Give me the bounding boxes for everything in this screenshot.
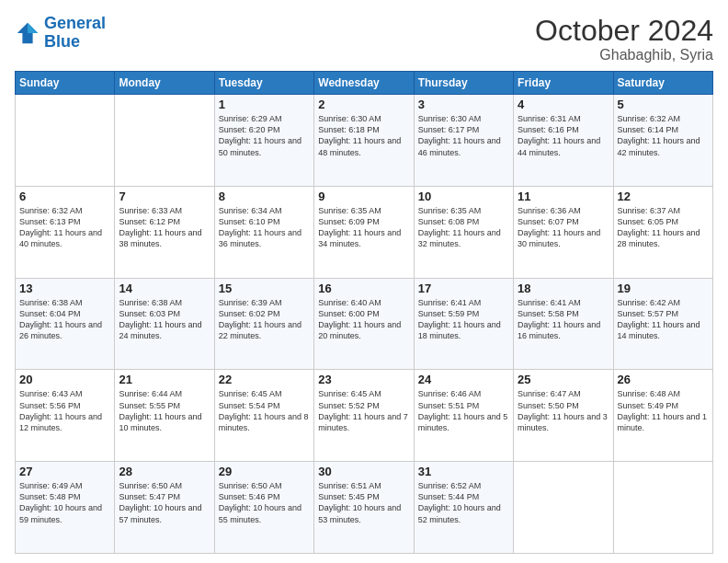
calendar-week-row: 13Sunrise: 6:38 AMSunset: 6:04 PMDayligh… xyxy=(16,278,713,370)
cell-info: Sunrise: 6:32 AMSunset: 6:13 PMDaylight:… xyxy=(19,205,110,250)
calendar-cell: 24Sunrise: 6:46 AMSunset: 5:51 PMDayligh… xyxy=(414,370,513,462)
cell-info: Sunrise: 6:29 AMSunset: 6:20 PMDaylight:… xyxy=(219,113,310,158)
day-number: 17 xyxy=(418,282,509,295)
weekday-header: Monday xyxy=(115,72,214,95)
calendar-cell: 5Sunrise: 6:32 AMSunset: 6:14 PMDaylight… xyxy=(613,95,712,187)
cell-info: Sunrise: 6:30 AMSunset: 6:18 PMDaylight:… xyxy=(318,113,409,158)
cell-info: Sunrise: 6:51 AMSunset: 5:45 PMDaylight:… xyxy=(318,480,409,525)
calendar-cell: 16Sunrise: 6:40 AMSunset: 6:00 PMDayligh… xyxy=(314,278,414,370)
cell-info: Sunrise: 6:37 AMSunset: 6:05 PMDaylight:… xyxy=(618,205,709,250)
day-number: 30 xyxy=(318,465,409,478)
day-number: 18 xyxy=(518,282,609,295)
calendar-cell: 6Sunrise: 6:32 AMSunset: 6:13 PMDaylight… xyxy=(16,186,115,278)
calendar-cell xyxy=(16,95,115,187)
calendar-cell: 12Sunrise: 6:37 AMSunset: 6:05 PMDayligh… xyxy=(613,186,712,278)
logo-blue: Blue xyxy=(44,32,80,51)
day-number: 7 xyxy=(119,190,210,203)
day-number: 26 xyxy=(618,373,709,386)
cell-info: Sunrise: 6:46 AMSunset: 5:51 PMDaylight:… xyxy=(418,388,509,433)
cell-info: Sunrise: 6:30 AMSunset: 6:17 PMDaylight:… xyxy=(418,113,509,158)
cell-info: Sunrise: 6:48 AMSunset: 5:49 PMDaylight:… xyxy=(618,388,709,433)
day-number: 22 xyxy=(219,373,310,386)
day-number: 24 xyxy=(418,373,509,386)
weekday-header: Friday xyxy=(514,72,613,95)
calendar-cell: 9Sunrise: 6:35 AMSunset: 6:09 PMDaylight… xyxy=(314,186,414,278)
calendar-cell: 31Sunrise: 6:52 AMSunset: 5:44 PMDayligh… xyxy=(414,462,513,554)
cell-info: Sunrise: 6:50 AMSunset: 5:47 PMDaylight:… xyxy=(119,480,210,525)
calendar-cell: 25Sunrise: 6:47 AMSunset: 5:50 PMDayligh… xyxy=(514,370,613,462)
cell-info: Sunrise: 6:38 AMSunset: 6:04 PMDaylight:… xyxy=(19,297,110,342)
calendar-cell: 18Sunrise: 6:41 AMSunset: 5:58 PMDayligh… xyxy=(514,278,613,370)
calendar-week-row: 27Sunrise: 6:49 AMSunset: 5:48 PMDayligh… xyxy=(16,462,713,554)
calendar-cell: 21Sunrise: 6:44 AMSunset: 5:55 PMDayligh… xyxy=(115,370,214,462)
calendar-cell: 28Sunrise: 6:50 AMSunset: 5:47 PMDayligh… xyxy=(115,462,214,554)
calendar-cell: 10Sunrise: 6:35 AMSunset: 6:08 PMDayligh… xyxy=(414,186,513,278)
calendar-week-row: 6Sunrise: 6:32 AMSunset: 6:13 PMDaylight… xyxy=(16,186,713,278)
day-number: 1 xyxy=(219,98,310,111)
calendar-cell: 22Sunrise: 6:45 AMSunset: 5:54 PMDayligh… xyxy=(214,370,313,462)
cell-info: Sunrise: 6:43 AMSunset: 5:56 PMDaylight:… xyxy=(19,388,110,433)
calendar-cell: 17Sunrise: 6:41 AMSunset: 5:59 PMDayligh… xyxy=(414,278,513,370)
day-number: 6 xyxy=(19,190,110,203)
title-block: October 2024 Ghabaghib, Syria xyxy=(535,15,713,63)
calendar-table: SundayMondayTuesdayWednesdayThursdayFrid… xyxy=(15,71,713,554)
cell-info: Sunrise: 6:50 AMSunset: 5:46 PMDaylight:… xyxy=(219,480,310,525)
day-number: 19 xyxy=(618,282,709,295)
calendar-cell: 7Sunrise: 6:33 AMSunset: 6:12 PMDaylight… xyxy=(115,186,214,278)
calendar-cell: 19Sunrise: 6:42 AMSunset: 5:57 PMDayligh… xyxy=(613,278,712,370)
calendar-header-row: SundayMondayTuesdayWednesdayThursdayFrid… xyxy=(16,72,713,95)
calendar-cell: 1Sunrise: 6:29 AMSunset: 6:20 PMDaylight… xyxy=(214,95,313,187)
calendar-cell: 20Sunrise: 6:43 AMSunset: 5:56 PMDayligh… xyxy=(16,370,115,462)
day-number: 12 xyxy=(618,190,709,203)
cell-info: Sunrise: 6:47 AMSunset: 5:50 PMDaylight:… xyxy=(518,388,609,433)
day-number: 13 xyxy=(19,282,110,295)
logo-text: General Blue xyxy=(44,15,106,52)
day-number: 10 xyxy=(418,190,509,203)
calendar-cell: 27Sunrise: 6:49 AMSunset: 5:48 PMDayligh… xyxy=(16,462,115,554)
day-number: 29 xyxy=(219,465,310,478)
cell-info: Sunrise: 6:31 AMSunset: 6:16 PMDaylight:… xyxy=(518,113,609,158)
calendar-cell: 23Sunrise: 6:45 AMSunset: 5:52 PMDayligh… xyxy=(314,370,414,462)
calendar-week-row: 20Sunrise: 6:43 AMSunset: 5:56 PMDayligh… xyxy=(16,370,713,462)
day-number: 5 xyxy=(618,98,709,111)
calendar-week-row: 1Sunrise: 6:29 AMSunset: 6:20 PMDaylight… xyxy=(16,95,713,187)
day-number: 28 xyxy=(119,465,210,478)
calendar-cell xyxy=(115,95,214,187)
calendar-cell: 3Sunrise: 6:30 AMSunset: 6:17 PMDaylight… xyxy=(414,95,513,187)
cell-info: Sunrise: 6:42 AMSunset: 5:57 PMDaylight:… xyxy=(618,297,709,342)
weekday-header: Wednesday xyxy=(314,72,414,95)
cell-info: Sunrise: 6:36 AMSunset: 6:07 PMDaylight:… xyxy=(518,205,609,250)
day-number: 31 xyxy=(418,465,509,478)
calendar-cell: 29Sunrise: 6:50 AMSunset: 5:46 PMDayligh… xyxy=(214,462,313,554)
weekday-header: Sunday xyxy=(16,72,115,95)
calendar-cell: 2Sunrise: 6:30 AMSunset: 6:18 PMDaylight… xyxy=(314,95,414,187)
cell-info: Sunrise: 6:52 AMSunset: 5:44 PMDaylight:… xyxy=(418,480,509,525)
calendar-cell xyxy=(613,462,712,554)
calendar-cell: 8Sunrise: 6:34 AMSunset: 6:10 PMDaylight… xyxy=(214,186,313,278)
cell-info: Sunrise: 6:41 AMSunset: 5:59 PMDaylight:… xyxy=(418,297,509,342)
day-number: 20 xyxy=(19,373,110,386)
cell-info: Sunrise: 6:45 AMSunset: 5:52 PMDaylight:… xyxy=(318,388,409,433)
calendar-cell: 30Sunrise: 6:51 AMSunset: 5:45 PMDayligh… xyxy=(314,462,414,554)
cell-info: Sunrise: 6:32 AMSunset: 6:14 PMDaylight:… xyxy=(618,113,709,158)
cell-info: Sunrise: 6:49 AMSunset: 5:48 PMDaylight:… xyxy=(19,480,110,525)
calendar-cell: 4Sunrise: 6:31 AMSunset: 6:16 PMDaylight… xyxy=(514,95,613,187)
cell-info: Sunrise: 6:33 AMSunset: 6:12 PMDaylight:… xyxy=(119,205,210,250)
calendar-cell: 11Sunrise: 6:36 AMSunset: 6:07 PMDayligh… xyxy=(514,186,613,278)
month-title: October 2024 xyxy=(535,15,713,47)
day-number: 25 xyxy=(518,373,609,386)
header: General Blue October 2024 Ghabaghib, Syr… xyxy=(15,15,713,63)
weekday-header: Saturday xyxy=(613,72,712,95)
day-number: 27 xyxy=(19,465,110,478)
day-number: 3 xyxy=(418,98,509,111)
cell-info: Sunrise: 6:39 AMSunset: 6:02 PMDaylight:… xyxy=(219,297,310,342)
calendar-cell: 26Sunrise: 6:48 AMSunset: 5:49 PMDayligh… xyxy=(613,370,712,462)
cell-info: Sunrise: 6:41 AMSunset: 5:58 PMDaylight:… xyxy=(518,297,609,342)
calendar-cell: 13Sunrise: 6:38 AMSunset: 6:04 PMDayligh… xyxy=(16,278,115,370)
cell-info: Sunrise: 6:44 AMSunset: 5:55 PMDaylight:… xyxy=(119,388,210,433)
logo-icon xyxy=(15,20,40,46)
day-number: 8 xyxy=(219,190,310,203)
location-title: Ghabaghib, Syria xyxy=(535,47,713,63)
logo: General Blue xyxy=(15,15,106,52)
logo-general: General xyxy=(44,14,106,32)
